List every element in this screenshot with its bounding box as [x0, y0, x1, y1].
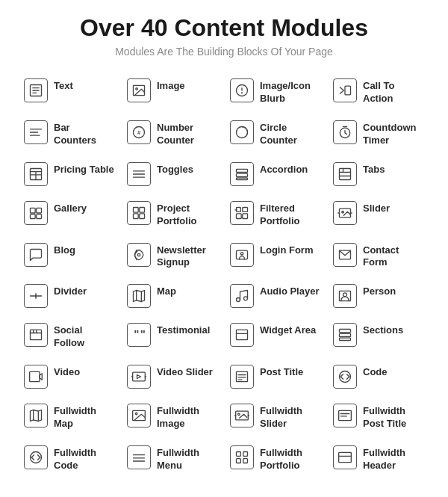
fullwidth-portfolio-label: Fullwidth Portfolio [260, 447, 321, 472]
svg-rect-36 [134, 207, 139, 212]
module-item-slider[interactable]: Slider [327, 194, 430, 235]
module-item-gallery[interactable]: Gallery [18, 194, 121, 235]
svg-rect-105 [243, 459, 248, 463]
module-item-image-icon-blurb[interactable]: Image/Icon Blurb [224, 71, 327, 113]
module-item-divider[interactable]: Divider [18, 277, 121, 315]
login-form-icon [230, 243, 254, 267]
filtered-portfolio-label: Filtered Portfolio [260, 203, 321, 228]
post-title-label: Post Title [260, 366, 303, 379]
module-item-testimonial[interactable]: ""Testimonial [121, 315, 224, 357]
module-item-newsletter-signup[interactable]: Newsletter Signup [121, 235, 224, 277]
bar-counters-label: Bar Counters [54, 122, 115, 147]
module-item-code[interactable]: Code [327, 357, 430, 396]
module-item-fullwidth-map[interactable]: Fullwidth Map [18, 396, 121, 438]
countdown-timer-label: Countdown Timer [363, 122, 424, 147]
module-item-tabs[interactable]: Tabs [327, 155, 430, 194]
module-item-contact-form[interactable]: Contact Form [327, 235, 430, 277]
module-item-fullwidth-menu[interactable]: Fullwidth Menu [121, 438, 224, 480]
fullwidth-slider-icon [230, 404, 254, 427]
pricing-table-label: Pricing Table [54, 164, 114, 176]
toggles-label: Toggles [157, 164, 193, 176]
module-item-image[interactable]: Image [121, 71, 224, 113]
fullwidth-code-icon [24, 445, 48, 469]
divider-label: Divider [54, 285, 87, 298]
svg-point-63 [343, 293, 347, 297]
svg-point-90 [135, 413, 137, 415]
gallery-icon [24, 201, 48, 225]
module-item-widget-area[interactable]: Widget Area [224, 315, 327, 357]
text-icon [24, 78, 48, 102]
gallery-label: Gallery [54, 203, 87, 215]
module-item-accordion[interactable]: Accordion [224, 155, 327, 194]
module-item-video-slider[interactable]: Video Slider [121, 357, 224, 396]
divider-icon [24, 284, 48, 308]
module-item-bar-counters[interactable]: Bar Counters [18, 113, 121, 155]
svg-marker-57 [134, 291, 145, 302]
image-icon-blurb-label: Image/Icon Blurb [260, 80, 321, 105]
module-item-blog[interactable]: Blog [18, 235, 121, 277]
slider-label: Slider [363, 203, 390, 215]
code-label: Code [363, 366, 388, 379]
login-form-label: Login Form [260, 244, 314, 257]
pricing-table-icon [24, 162, 48, 186]
newsletter-signup-label: Newsletter Signup [157, 244, 218, 270]
accordion-icon [230, 162, 254, 186]
sections-icon [333, 323, 357, 347]
svg-rect-34 [31, 214, 36, 218]
module-item-number-counter[interactable]: #Number Counter [121, 113, 224, 155]
module-item-sections[interactable]: Sections [327, 315, 430, 357]
module-item-fullwidth-slider[interactable]: Fullwidth Slider [224, 396, 327, 438]
widget-area-icon [230, 323, 254, 347]
module-item-fullwidth-image[interactable]: Fullwidth Image [121, 396, 224, 438]
page-title: Over 40 Content Modules [18, 15, 430, 41]
module-item-fullwidth-post-title[interactable]: Fullwidth Post Title [327, 396, 430, 438]
module-item-call-to-action[interactable]: Call To Action [327, 71, 430, 113]
map-label: Map [157, 285, 176, 298]
call-to-action-label: Call To Action [363, 80, 424, 105]
blog-label: Blog [54, 244, 75, 257]
contact-form-label: Contact Form [363, 244, 424, 270]
svg-rect-26 [237, 173, 248, 176]
svg-rect-64 [31, 330, 42, 340]
module-item-login-form[interactable]: Login Form [224, 235, 327, 277]
svg-text:#: # [137, 129, 141, 136]
fullwidth-post-title-icon [333, 404, 357, 427]
module-item-filtered-portfolio[interactable]: Filtered Portfolio [224, 194, 327, 235]
module-item-project-portfolio[interactable]: Project Portfolio [121, 194, 224, 235]
module-item-countdown-timer[interactable]: Countdown Timer [327, 113, 430, 155]
tabs-icon [333, 162, 357, 186]
fullwidth-header-label: Fullwidth Header [363, 447, 424, 472]
module-item-fullwidth-code[interactable]: Fullwidth Code [18, 438, 121, 480]
module-item-video[interactable]: Video [18, 357, 121, 396]
svg-point-61 [244, 297, 248, 300]
module-item-toggles[interactable]: Toggles [121, 155, 224, 194]
module-item-text[interactable]: Text [18, 71, 121, 113]
svg-point-56 [35, 295, 37, 297]
svg-rect-28 [340, 168, 351, 179]
module-item-audio-player[interactable]: Audio Player [224, 277, 327, 315]
video-slider-icon [127, 365, 151, 389]
svg-rect-38 [134, 214, 139, 219]
fullwidth-slider-label: Fullwidth Slider [260, 405, 321, 430]
circle-counter-icon [230, 120, 254, 144]
post-title-icon [230, 365, 254, 389]
svg-rect-42 [237, 214, 242, 219]
module-item-social-follow[interactable]: Social Follow [18, 315, 121, 357]
svg-rect-70 [237, 330, 248, 340]
module-item-fullwidth-header[interactable]: Fullwidth Header [327, 438, 430, 480]
module-item-post-title[interactable]: Post Title [224, 357, 327, 396]
audio-player-icon [230, 284, 254, 308]
widget-area-label: Widget Area [260, 324, 316, 337]
map-icon [127, 284, 151, 308]
svg-text:": " [140, 327, 146, 340]
module-item-circle-counter[interactable]: Circle Counter [224, 113, 327, 155]
module-item-pricing-table[interactable]: Pricing Table [18, 155, 121, 194]
fullwidth-image-label: Fullwidth Image [157, 405, 218, 430]
fullwidth-map-icon [24, 404, 48, 427]
fullwidth-menu-icon [127, 445, 151, 469]
module-item-map[interactable]: Map [121, 277, 224, 315]
sections-label: Sections [363, 324, 403, 337]
number-counter-icon: # [127, 120, 151, 144]
module-item-person[interactable]: Person [327, 277, 430, 315]
module-item-fullwidth-portfolio[interactable]: Fullwidth Portfolio [224, 438, 327, 480]
